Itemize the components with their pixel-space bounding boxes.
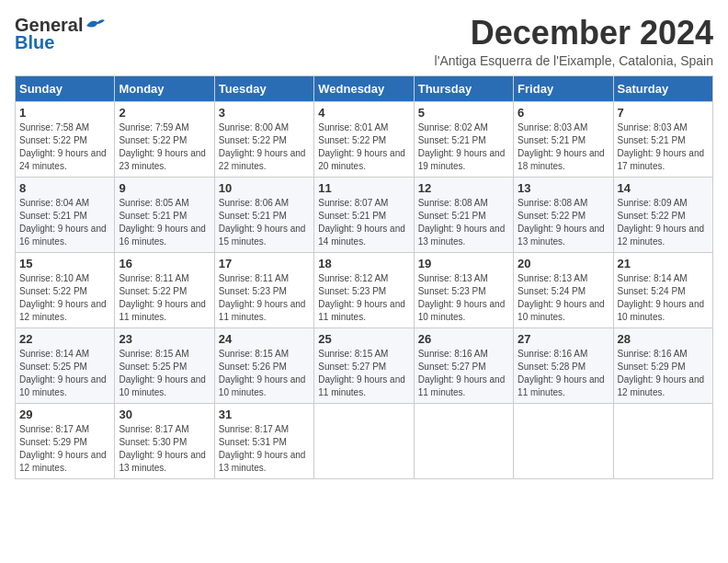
sunrise-label: Sunrise: 8:13 AM	[518, 273, 587, 283]
day-number: 10	[219, 181, 310, 195]
sunset-label: Sunset: 5:21 PM	[618, 135, 686, 145]
col-monday: Monday	[115, 75, 214, 101]
day-info: Sunrise: 7:58 AM Sunset: 5:22 PM Dayligh…	[19, 121, 110, 173]
sunrise-label: Sunrise: 8:03 AM	[618, 122, 688, 132]
sunrise-label: Sunrise: 8:14 AM	[19, 349, 89, 359]
table-row: 29 Sunrise: 8:17 AM Sunset: 5:29 PM Dayl…	[16, 403, 115, 478]
table-row: 3 Sunrise: 8:00 AM Sunset: 5:22 PM Dayli…	[214, 101, 313, 177]
table-row: 28 Sunrise: 8:16 AM Sunset: 5:29 PM Dayl…	[613, 327, 712, 403]
table-row: 1 Sunrise: 7:58 AM Sunset: 5:22 PM Dayli…	[16, 101, 115, 177]
sunset-label: Sunset: 5:21 PM	[119, 211, 187, 221]
col-tuesday: Tuesday	[214, 75, 313, 101]
table-row: 15 Sunrise: 8:10 AM Sunset: 5:22 PM Dayl…	[16, 252, 115, 327]
day-info: Sunrise: 8:15 AM Sunset: 5:26 PM Dayligh…	[219, 348, 310, 399]
daylight-label: Daylight: 9 hours and 11 minutes.	[219, 299, 306, 322]
page-header: General Blue December 2024 l'Antiga Esqu…	[15, 15, 713, 68]
sunset-label: Sunset: 5:22 PM	[318, 135, 386, 145]
sunset-label: Sunset: 5:24 PM	[518, 286, 586, 296]
day-info: Sunrise: 8:11 AM Sunset: 5:23 PM Dayligh…	[219, 272, 310, 324]
month-title: December 2024	[435, 15, 713, 52]
day-info: Sunrise: 8:06 AM Sunset: 5:21 PM Dayligh…	[219, 197, 310, 248]
calendar-table: Sunday Monday Tuesday Wednesday Thursday…	[15, 75, 713, 479]
col-thursday: Thursday	[414, 75, 513, 101]
day-info: Sunrise: 8:04 AM Sunset: 5:21 PM Dayligh…	[19, 197, 110, 248]
day-number: 19	[418, 257, 509, 270]
daylight-label: Daylight: 9 hours and 22 minutes.	[219, 148, 306, 171]
day-info: Sunrise: 8:05 AM Sunset: 5:21 PM Dayligh…	[119, 197, 210, 248]
daylight-label: Daylight: 9 hours and 11 minutes.	[119, 299, 206, 322]
sunset-label: Sunset: 5:26 PM	[219, 362, 287, 372]
daylight-label: Daylight: 9 hours and 23 minutes.	[119, 148, 206, 171]
daylight-label: Daylight: 9 hours and 13 minutes.	[119, 450, 206, 473]
sunset-label: Sunset: 5:21 PM	[418, 135, 486, 145]
sunrise-label: Sunrise: 8:10 AM	[19, 273, 89, 283]
daylight-label: Daylight: 9 hours and 11 minutes.	[318, 299, 405, 322]
sunset-label: Sunset: 5:21 PM	[219, 211, 287, 221]
sunrise-label: Sunrise: 8:15 AM	[119, 349, 188, 359]
daylight-label: Daylight: 9 hours and 11 minutes.	[318, 374, 405, 397]
sunset-label: Sunset: 5:31 PM	[219, 437, 287, 447]
sunset-label: Sunset: 5:30 PM	[119, 437, 187, 447]
day-info: Sunrise: 8:03 AM Sunset: 5:21 PM Dayligh…	[618, 121, 709, 173]
daylight-label: Daylight: 9 hours and 20 minutes.	[318, 148, 405, 171]
table-row: 6 Sunrise: 8:03 AM Sunset: 5:21 PM Dayli…	[514, 101, 613, 177]
sunrise-label: Sunrise: 8:13 AM	[418, 273, 488, 283]
day-number: 11	[318, 181, 409, 195]
day-number: 30	[119, 408, 210, 421]
sunset-label: Sunset: 5:23 PM	[318, 286, 386, 296]
daylight-label: Daylight: 9 hours and 12 minutes.	[19, 450, 107, 473]
sunset-label: Sunset: 5:24 PM	[618, 286, 686, 296]
table-row	[414, 403, 513, 478]
daylight-label: Daylight: 9 hours and 10 minutes.	[219, 374, 306, 397]
sunrise-label: Sunrise: 8:11 AM	[119, 273, 188, 283]
calendar-week-row: 8 Sunrise: 8:04 AM Sunset: 5:21 PM Dayli…	[16, 177, 713, 252]
day-number: 29	[19, 408, 110, 421]
daylight-label: Daylight: 9 hours and 13 minutes.	[518, 224, 605, 247]
daylight-label: Daylight: 9 hours and 24 minutes.	[19, 148, 107, 171]
calendar-week-row: 22 Sunrise: 8:14 AM Sunset: 5:25 PM Dayl…	[16, 327, 713, 403]
table-row	[314, 403, 414, 478]
sunrise-label: Sunrise: 8:04 AM	[19, 198, 89, 208]
sunrise-label: Sunrise: 8:14 AM	[618, 273, 688, 283]
sunrise-label: Sunrise: 8:07 AM	[318, 198, 388, 208]
day-info: Sunrise: 7:59 AM Sunset: 5:22 PM Dayligh…	[119, 121, 210, 173]
sunset-label: Sunset: 5:25 PM	[119, 362, 187, 372]
sunset-label: Sunset: 5:23 PM	[219, 286, 287, 296]
table-row: 17 Sunrise: 8:11 AM Sunset: 5:23 PM Dayl…	[214, 252, 313, 327]
sunset-label: Sunset: 5:21 PM	[518, 135, 586, 145]
day-info: Sunrise: 8:15 AM Sunset: 5:25 PM Dayligh…	[119, 348, 210, 399]
day-info: Sunrise: 8:14 AM Sunset: 5:24 PM Dayligh…	[618, 272, 709, 324]
daylight-label: Daylight: 9 hours and 13 minutes.	[418, 224, 506, 247]
daylight-label: Daylight: 9 hours and 10 minutes.	[518, 299, 605, 322]
sunset-label: Sunset: 5:29 PM	[19, 437, 87, 447]
location-title: l'Antiga Esquerra de l'Eixample, Catalon…	[435, 53, 713, 68]
daylight-label: Daylight: 9 hours and 17 minutes.	[618, 148, 705, 171]
logo: General Blue	[15, 15, 105, 53]
day-number: 27	[518, 332, 609, 346]
day-info: Sunrise: 8:09 AM Sunset: 5:22 PM Dayligh…	[618, 197, 709, 248]
day-number: 3	[219, 106, 310, 120]
day-info: Sunrise: 8:10 AM Sunset: 5:22 PM Dayligh…	[19, 272, 110, 324]
day-info: Sunrise: 8:01 AM Sunset: 5:22 PM Dayligh…	[318, 121, 409, 173]
sunrise-label: Sunrise: 8:06 AM	[219, 198, 289, 208]
day-number: 28	[618, 332, 709, 346]
table-row: 22 Sunrise: 8:14 AM Sunset: 5:25 PM Dayl…	[16, 327, 115, 403]
table-row: 19 Sunrise: 8:13 AM Sunset: 5:23 PM Dayl…	[414, 252, 513, 327]
day-number: 6	[518, 106, 609, 120]
title-block: December 2024 l'Antiga Esquerra de l'Eix…	[435, 15, 713, 68]
sunset-label: Sunset: 5:21 PM	[318, 211, 386, 221]
sunset-label: Sunset: 5:22 PM	[119, 135, 187, 145]
daylight-label: Daylight: 9 hours and 16 minutes.	[19, 224, 107, 247]
sunset-label: Sunset: 5:22 PM	[19, 135, 87, 145]
table-row: 2 Sunrise: 7:59 AM Sunset: 5:22 PM Dayli…	[115, 101, 214, 177]
sunrise-label: Sunrise: 7:58 AM	[19, 122, 89, 132]
day-number: 2	[119, 106, 210, 120]
day-number: 5	[418, 106, 509, 120]
col-sunday: Sunday	[16, 75, 115, 101]
table-row: 23 Sunrise: 8:15 AM Sunset: 5:25 PM Dayl…	[115, 327, 214, 403]
sunrise-label: Sunrise: 8:02 AM	[418, 122, 488, 132]
sunset-label: Sunset: 5:21 PM	[418, 211, 486, 221]
day-number: 16	[119, 257, 210, 270]
sunset-label: Sunset: 5:22 PM	[219, 135, 287, 145]
day-number: 15	[19, 257, 110, 270]
